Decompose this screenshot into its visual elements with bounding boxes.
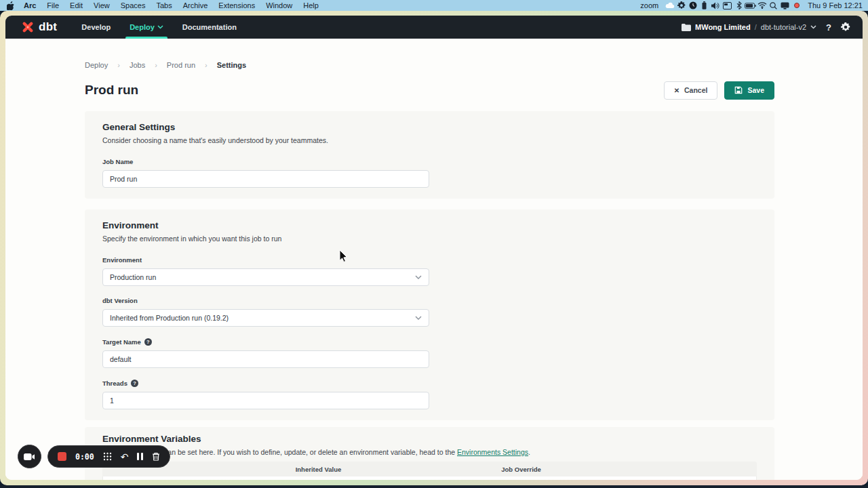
breadcrumb-separator: › — [117, 61, 120, 69]
account-project-switcher[interactable]: MWong Limited / dbt-tutorial-v2 — [682, 23, 816, 31]
help-circle-icon[interactable]: ? — [131, 380, 138, 387]
pause-icon[interactable] — [137, 453, 143, 460]
battery-icon[interactable] — [745, 1, 756, 10]
chevron-down-icon — [810, 25, 816, 29]
nav-deploy[interactable]: Deploy — [120, 16, 173, 39]
breadcrumb-jobs[interactable]: Jobs — [130, 61, 145, 69]
environment-description: Specify the environment in which you wan… — [102, 235, 757, 243]
nav-documentation[interactable]: Documentation — [173, 16, 246, 39]
project-name: dbt-tutorial-v2 — [761, 23, 806, 31]
page-title: Prod run — [85, 83, 138, 98]
environments-settings-link[interactable]: Environments Settings — [457, 448, 528, 456]
macos-menu-bar: Arc File Edit View Spaces Tabs Archive E… — [0, 0, 868, 11]
general-settings-title: General Settings — [102, 122, 757, 132]
folder-icon — [682, 24, 691, 31]
settings-gear-icon[interactable] — [841, 22, 850, 32]
breadcrumb-separator: › — [205, 61, 208, 69]
undo-icon[interactable]: ↶ — [121, 452, 129, 462]
breadcrumb: Deploy › Jobs › Prod run › Settings — [85, 61, 774, 69]
environment-title: Environment — [102, 220, 757, 230]
cancel-button[interactable]: ✕ Cancel — [664, 81, 718, 100]
clock-icon[interactable] — [687, 1, 698, 10]
menu-spaces[interactable]: Spaces — [115, 1, 151, 9]
recorder-controls: 0:00 ↶ — [47, 445, 170, 468]
desktop-edge — [0, 485, 868, 488]
threads-label: Threads ? — [102, 380, 757, 387]
chevron-down-icon — [415, 316, 422, 321]
dbt-logo-text: dbt — [39, 20, 57, 34]
bluetooth-icon[interactable] — [733, 1, 745, 10]
display-icon[interactable] — [779, 1, 791, 10]
job-name-input[interactable] — [102, 170, 429, 188]
chevron-down-icon — [157, 25, 163, 29]
battery-vertical-icon[interactable] — [698, 1, 710, 10]
save-button[interactable]: Save — [724, 81, 774, 100]
cloud-icon[interactable] — [664, 1, 675, 10]
dbt-app-header: dbt Develop Deploy Documentation MWong L… — [5, 16, 863, 39]
environment-variables-description: Job-level overrides can be set here. If … — [102, 448, 757, 456]
menu-help[interactable]: Help — [298, 1, 324, 9]
environment-card: Environment Specify the environment in w… — [85, 209, 774, 420]
chevron-down-icon — [415, 275, 422, 280]
wifi-icon[interactable] — [756, 1, 768, 10]
menu-file[interactable]: File — [41, 1, 64, 9]
window-icon[interactable] — [722, 1, 733, 10]
environment-variables-card: Environment Variables Job-level override… — [85, 427, 774, 480]
breadcrumb-settings: Settings — [217, 61, 246, 69]
dbt-version-select[interactable]: Inherited from Production run (0.19.2) — [102, 309, 429, 327]
environment-variables-table: Inherited Value Job Override — [102, 462, 757, 480]
table-header-row: Inherited Value Job Override — [102, 462, 757, 476]
breadcrumb-prod-run[interactable]: Prod run — [167, 61, 195, 69]
record-timer: 0:00 — [75, 452, 94, 462]
table-row — [102, 476, 757, 480]
breadcrumb-separator: › — [155, 61, 157, 69]
close-icon: ✕ — [674, 87, 679, 94]
gear-icon[interactable] — [675, 1, 687, 10]
threads-input[interactable] — [102, 392, 429, 409]
menu-tabs[interactable]: Tabs — [151, 1, 177, 9]
general-settings-description: Consider choosing a name that's easily u… — [102, 136, 757, 144]
environment-variables-title: Environment Variables — [102, 434, 757, 444]
help-button[interactable]: ? — [826, 22, 831, 33]
camera-button[interactable] — [18, 445, 41, 468]
save-floppy-icon — [734, 86, 743, 94]
general-settings-card: General Settings Consider choosing a nam… — [85, 111, 774, 199]
menu-zoom-app[interactable]: zoom — [635, 1, 664, 9]
target-name-input[interactable] — [102, 350, 429, 368]
column-job-override: Job Override — [403, 466, 639, 473]
screen-recorder-toolbar: 0:00 ↶ — [18, 445, 170, 468]
account-name: MWong Limited — [695, 23, 751, 31]
menubar-clock[interactable]: Thu 9 Feb 12:21 — [802, 1, 863, 9]
speaker-icon[interactable] — [710, 1, 722, 10]
stop-record-button[interactable] — [58, 452, 66, 461]
target-name-label: Target Name ? — [102, 338, 757, 346]
job-name-label: Job Name — [102, 159, 757, 165]
breadcrumb-deploy[interactable]: Deploy — [85, 61, 108, 69]
environment-select-label: Environment — [102, 257, 757, 264]
dbt-logo[interactable]: dbt — [20, 20, 57, 35]
apple-menu-icon[interactable] — [5, 1, 18, 10]
dbt-version-label: dbt Version — [102, 298, 757, 304]
help-circle-icon[interactable]: ? — [144, 338, 152, 346]
account-project-separator: / — [755, 23, 757, 31]
trash-icon[interactable] — [152, 452, 160, 461]
menu-arc[interactable]: Arc — [18, 1, 41, 9]
menu-window[interactable]: Window — [260, 1, 298, 9]
nav-develop[interactable]: Develop — [72, 16, 120, 39]
menu-archive[interactable]: Archive — [178, 1, 214, 9]
environment-select[interactable]: Production run — [102, 268, 429, 286]
menu-extensions[interactable]: Extensions — [213, 1, 260, 9]
video-camera-icon — [24, 453, 35, 461]
arc-window-frame: dbt Develop Deploy Documentation MWong L… — [0, 11, 868, 485]
menu-edit[interactable]: Edit — [64, 1, 88, 9]
main-nav: Develop Deploy Documentation — [72, 16, 246, 39]
page-content: Deploy › Jobs › Prod run › Settings Prod… — [5, 39, 863, 480]
dots-grid-icon[interactable] — [103, 452, 112, 461]
dbt-cloud-window: dbt Develop Deploy Documentation MWong L… — [5, 16, 863, 480]
record-dot-icon[interactable] — [791, 1, 802, 10]
menu-view[interactable]: View — [88, 1, 115, 9]
search-icon[interactable] — [768, 1, 779, 10]
column-inherited-value: Inherited Value — [233, 466, 403, 473]
